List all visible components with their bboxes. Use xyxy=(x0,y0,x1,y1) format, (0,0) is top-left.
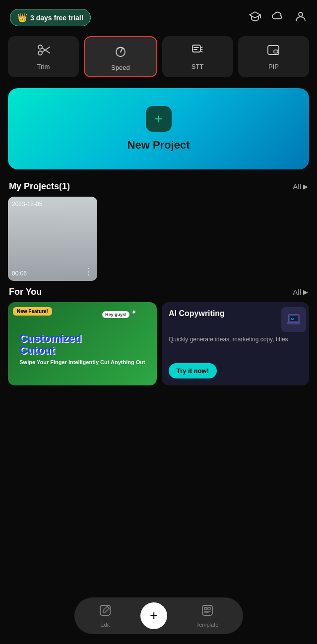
tool-speed[interactable]: Speed xyxy=(84,36,157,77)
trim-label: Trim xyxy=(37,63,50,70)
for-you-all[interactable]: All ▶ xyxy=(293,288,308,296)
header: 👑 3 days free trial! xyxy=(0,0,317,31)
cloud-icon[interactable] xyxy=(271,10,284,26)
trim-icon xyxy=(37,43,51,60)
project-date: 2023-12-05 xyxy=(12,201,42,208)
svg-rect-14 xyxy=(274,50,278,53)
new-project-label: New Project xyxy=(127,139,190,152)
svg-point-1 xyxy=(299,12,303,16)
svg-point-2 xyxy=(38,51,42,55)
my-projects-all-label: All xyxy=(293,182,301,191)
svg-rect-7 xyxy=(192,45,200,52)
project-menu-icon[interactable]: ⋮ xyxy=(84,266,93,277)
template-label: Template xyxy=(196,622,219,628)
tools-row: Trim Speed STT xyxy=(0,31,317,82)
svg-rect-19 xyxy=(100,605,110,615)
svg-line-5 xyxy=(42,48,50,54)
svg-text:AI: AI xyxy=(291,318,294,321)
nav-edit[interactable]: Edit xyxy=(99,604,112,628)
for-you-row: New Feature! ✦ Hey guys! CustomizedCutou… xyxy=(0,302,317,385)
cutout-card[interactable]: New Feature! ✦ Hey guys! CustomizedCutou… xyxy=(8,302,157,385)
for-you-title: For You xyxy=(9,287,42,297)
speed-label: Speed xyxy=(111,64,130,71)
stt-icon xyxy=(190,43,204,60)
svg-line-12 xyxy=(200,51,202,52)
projects-row: 2023-12-05 00:06 ⋮ xyxy=(0,197,317,281)
tool-stt[interactable]: STT xyxy=(162,36,233,77)
template-icon xyxy=(201,604,214,620)
for-you-header: For You All ▶ xyxy=(0,281,317,302)
plus-deco: ✦ xyxy=(131,308,137,316)
ai-copy-card: AI AI Copywriting Quickly generate ideas… xyxy=(162,302,309,385)
hey-bubble: Hey guys! xyxy=(102,311,129,318)
project-thumbnail xyxy=(8,197,97,281)
svg-rect-21 xyxy=(202,605,212,615)
edit-label: Edit xyxy=(100,622,110,628)
nav-template[interactable]: Template xyxy=(196,604,219,628)
cutout-title: CustomizedCutout xyxy=(19,332,145,356)
my-projects-title: My Projects(1) xyxy=(9,181,70,192)
svg-line-4 xyxy=(42,47,50,53)
svg-marker-20 xyxy=(103,606,109,612)
chevron-right-icon: ▶ xyxy=(303,183,308,190)
svg-rect-18 xyxy=(287,322,300,324)
speed-icon xyxy=(114,44,127,61)
header-icons xyxy=(249,10,307,26)
profile-icon[interactable] xyxy=(294,10,307,26)
my-projects-header: My Projects(1) All ▶ xyxy=(0,175,317,197)
project-card[interactable]: 2023-12-05 00:06 ⋮ xyxy=(8,197,97,281)
nav-center-add-button[interactable]: + xyxy=(140,602,167,629)
new-project-plus-icon: + xyxy=(146,106,172,132)
new-feature-badge: New Feature! xyxy=(13,307,52,316)
edit-icon xyxy=(99,604,112,620)
ai-laptop-deco: AI xyxy=(281,307,306,332)
svg-rect-22 xyxy=(204,607,207,610)
svg-rect-23 xyxy=(208,607,210,610)
trial-text: 3 days free trial! xyxy=(30,14,83,22)
ai-try-button[interactable]: Try it now! xyxy=(169,363,217,378)
bottom-nav: Edit + Template xyxy=(74,597,243,634)
graduation-cap-icon[interactable] xyxy=(249,10,261,26)
ai-copy-desc: Quickly generate ideas, marketing copy, … xyxy=(169,335,302,344)
new-project-card[interactable]: + New Project xyxy=(8,88,309,169)
project-duration: 00:06 xyxy=(12,270,27,277)
trial-badge[interactable]: 👑 3 days free trial! xyxy=(10,9,91,26)
pip-icon xyxy=(266,43,280,60)
cutout-subtitle: Swipe Your Finger Intelligently Cut Anyt… xyxy=(19,359,145,365)
my-projects-all[interactable]: All ▶ xyxy=(293,182,308,191)
tool-trim[interactable]: Trim xyxy=(8,36,79,77)
stt-label: STT xyxy=(191,63,204,70)
svg-point-3 xyxy=(38,45,42,49)
for-you-chevron-icon: ▶ xyxy=(303,288,308,296)
crown-icon: 👑 xyxy=(17,13,27,22)
tool-pip[interactable]: PIP xyxy=(238,36,309,77)
pip-label: PIP xyxy=(268,63,279,70)
for-you-all-label: All xyxy=(293,288,301,296)
